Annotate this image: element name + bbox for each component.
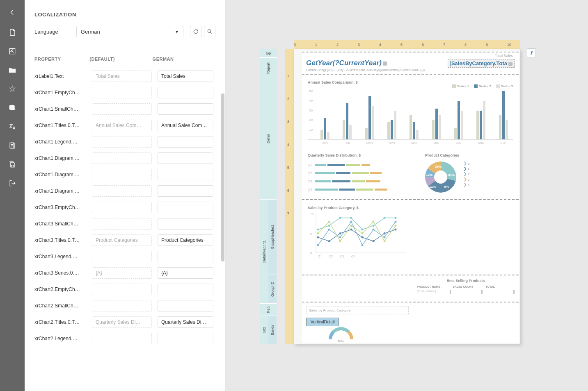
- default-value: [92, 284, 152, 295]
- table-row: xrChart2.SmallCh…: [34, 298, 215, 314]
- band-top[interactable]: top: [260, 49, 277, 57]
- panel-header: LOCALIZATION: [25, 0, 225, 18]
- localization-icon[interactable]: [0, 117, 25, 136]
- property-name: xrChart2.EmptyCh…: [34, 286, 92, 292]
- translated-input[interactable]: [158, 251, 213, 262]
- default-value: [92, 218, 152, 230]
- translated-input[interactable]: [158, 234, 213, 246]
- star-icon[interactable]: [0, 80, 25, 98]
- bsp-cols: PRODUCT NAME SALES COUNT TOTAL: [417, 285, 515, 288]
- translated-input[interactable]: [158, 218, 213, 230]
- svg-point-12: [350, 217, 352, 219]
- translated-input[interactable]: [158, 169, 213, 180]
- best-selling-block[interactable]: Best Selling Products PRODUCT NAME SALES…: [417, 279, 515, 299]
- translated-input[interactable]: [158, 267, 213, 279]
- band-detail[interactable]: Detail: [260, 78, 277, 199]
- design-surface[interactable]: 012345678910 1234567 top Report! Detail …: [226, 0, 588, 391]
- chart-title: Annual Sales Comparison, $: [308, 80, 513, 84]
- translated-input[interactable]: [158, 316, 213, 328]
- table-row: xrChart1.EmptyCh…: [34, 84, 215, 101]
- property-name: xrChart2.SmallCh…: [34, 303, 92, 309]
- table-row: xrChart3.Titles.0.T… Product Categories: [34, 232, 215, 248]
- scrollbar-thumb[interactable]: [221, 93, 224, 261]
- band-groupdetail[interactable]: Group! D: [268, 275, 277, 303]
- default-value: Annual Sales Com…: [92, 120, 152, 131]
- translated-input[interactable]: [158, 185, 213, 197]
- heading-translated: GERMAN: [153, 57, 215, 61]
- property-name: xrChart3.Series.0.…: [34, 270, 92, 276]
- total-sales-label: Total Sales: [495, 54, 513, 58]
- report-page[interactable]: f Total Sales GetYear(?CurrentYear) [Sal…: [294, 49, 520, 344]
- translated-input[interactable]: [158, 333, 213, 344]
- chart-quarterly[interactable]: Quarterly Sales Distribution, $ Q1Q2Q3Q4: [308, 153, 419, 198]
- property-name: xrChart3.EmptyCh…: [34, 205, 92, 210]
- back-button[interactable]: [0, 2, 25, 23]
- vertical-detail-tab[interactable]: VerticalDetail: [306, 318, 339, 326]
- default-value: [92, 251, 152, 262]
- band-reportfooter[interactable]: Rep: [260, 303, 277, 316]
- table-row: xrLabel1.Text Total Sales: [34, 68, 215, 84]
- translated-input[interactable]: [158, 70, 213, 82]
- language-select[interactable]: German ▼: [76, 26, 183, 37]
- svg-point-13: [361, 229, 364, 231]
- translated-input[interactable]: [158, 120, 213, 131]
- save-icon[interactable]: [0, 136, 25, 155]
- default-value: [92, 333, 152, 344]
- svg-point-30: [373, 221, 375, 223]
- chart-title: Sales by Product Category, $: [308, 206, 513, 210]
- wizard-icon[interactable]: [0, 42, 25, 61]
- total-expression[interactable]: [SalesByCategory.Tota: [448, 59, 515, 68]
- tag-icon: [383, 61, 387, 66]
- sub-expression[interactable]: FormatString('{0:d} - {1:d}', ?CurrentYe…: [306, 68, 425, 72]
- title-row: GetYear(?CurrentYear) [SalesByCategory.T…: [306, 59, 515, 68]
- svg-point-26: [328, 221, 330, 223]
- bars-area: 1020304050JANFEBMARAPRMAYJUNJULAUGSEP: [308, 91, 513, 140]
- search-button[interactable]: [204, 26, 215, 37]
- chart-annual-sales[interactable]: Annual Sales Comparison, $ Series 1Serie…: [308, 80, 513, 146]
- default-value: [92, 136, 152, 148]
- svg-rect-3: [11, 143, 14, 144]
- svg-point-18: [328, 240, 330, 242]
- translated-input[interactable]: [158, 152, 213, 164]
- table-row: xrChart1.Diagram.…: [34, 150, 215, 166]
- translated-input[interactable]: [158, 284, 213, 295]
- bsp-title: Best Selling Products: [417, 279, 515, 283]
- new-report-icon[interactable]: [0, 23, 25, 42]
- save-all-icon[interactable]: [0, 155, 25, 174]
- band-vbands[interactable]: Bands: [268, 316, 277, 344]
- table-row: xrChart3.Legend.…: [34, 248, 215, 265]
- svg-point-39: [384, 236, 386, 239]
- default-value: [92, 152, 152, 164]
- chart-title: Product Categories: [425, 153, 511, 157]
- band-reportheader[interactable]: Report!: [260, 57, 277, 78]
- svg-point-33: [317, 244, 319, 246]
- datasource-icon[interactable]: [0, 98, 25, 117]
- svg-point-35: [339, 236, 341, 239]
- translated-input[interactable]: [158, 300, 213, 311]
- band-groupheader[interactable]: GroupHeader1: [268, 199, 277, 275]
- translated-input[interactable]: [158, 136, 213, 148]
- ruler-horizontal: 012345678910: [294, 40, 520, 49]
- chart-sales-by-category[interactable]: Sales by Product Category, $ Q1Q2Q3Q4051…: [308, 206, 513, 271]
- refresh-button[interactable]: [190, 26, 201, 37]
- exit-icon[interactable]: [0, 174, 25, 193]
- table-row: xrChart1.SmallCh…: [34, 101, 215, 117]
- property-name: xrChart3.Titles.0.T…: [34, 237, 92, 243]
- property-name: xrChart1.EmptyCh…: [34, 90, 92, 95]
- sub-report-block[interactable]: Sales by Product Category VerticalDetail…: [306, 307, 515, 343]
- open-icon[interactable]: [0, 61, 25, 80]
- year-expression[interactable]: GetYear(?CurrentYear): [306, 59, 387, 68]
- svg-point-25: [317, 232, 319, 234]
- band-detailreport[interactable]: DetailReport1: [260, 199, 268, 303]
- table-row: xrChart2.EmptyCh…: [34, 281, 215, 298]
- translated-input[interactable]: [158, 202, 213, 213]
- fx-badge[interactable]: f: [527, 48, 536, 57]
- svg-text:Q3: Q3: [340, 255, 344, 258]
- property-name: xrChart1.Titles.0.T…: [34, 123, 92, 128]
- chart-categories[interactable]: Product Categories 29% 34% 9% 11% 12% 54…: [425, 153, 511, 198]
- property-name: xrLabel1.Text: [34, 73, 92, 79]
- translated-input[interactable]: [158, 103, 213, 115]
- band-sub[interactable]: ort2: [260, 316, 268, 344]
- translated-input[interactable]: [158, 87, 213, 98]
- mini-gauge: Total: [327, 327, 355, 348]
